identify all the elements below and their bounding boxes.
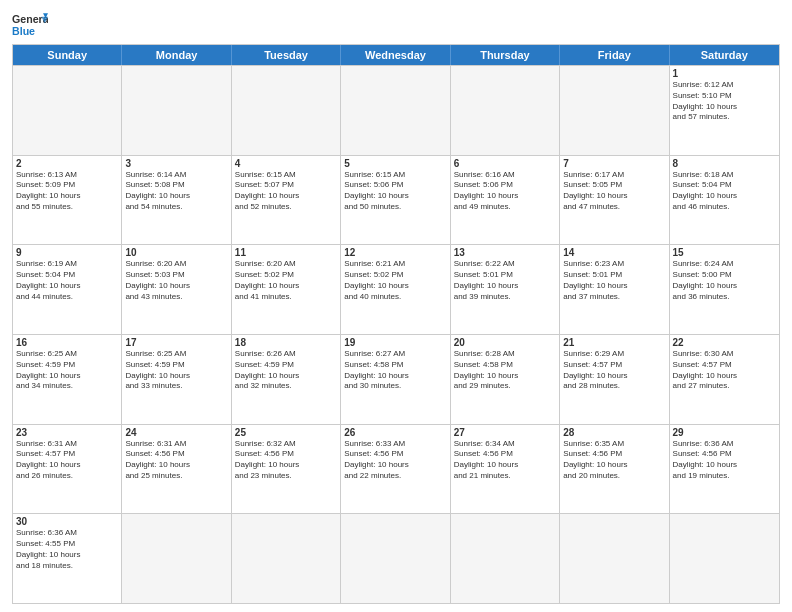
day-number: 13: [454, 247, 556, 258]
day-info: Sunrise: 6:36 AM Sunset: 4:55 PM Dayligh…: [16, 528, 118, 571]
calendar-cell-r4c1: 24Sunrise: 6:31 AM Sunset: 4:56 PM Dayli…: [122, 425, 231, 514]
calendar-cell-r3c5: 21Sunrise: 6:29 AM Sunset: 4:57 PM Dayli…: [560, 335, 669, 424]
calendar-cell-r4c5: 28Sunrise: 6:35 AM Sunset: 4:56 PM Dayli…: [560, 425, 669, 514]
day-number: 3: [125, 158, 227, 169]
day-info: Sunrise: 6:34 AM Sunset: 4:56 PM Dayligh…: [454, 439, 556, 482]
day-info: Sunrise: 6:28 AM Sunset: 4:58 PM Dayligh…: [454, 349, 556, 392]
day-info: Sunrise: 6:29 AM Sunset: 4:57 PM Dayligh…: [563, 349, 665, 392]
day-info: Sunrise: 6:27 AM Sunset: 4:58 PM Dayligh…: [344, 349, 446, 392]
weekday-header-sunday: Sunday: [13, 45, 122, 65]
calendar-row-4: 23Sunrise: 6:31 AM Sunset: 4:57 PM Dayli…: [13, 424, 779, 514]
calendar-cell-r5c4: [451, 514, 560, 603]
day-number: 23: [16, 427, 118, 438]
day-number: 2: [16, 158, 118, 169]
calendar-cell-r2c1: 10Sunrise: 6:20 AM Sunset: 5:03 PM Dayli…: [122, 245, 231, 334]
day-info: Sunrise: 6:25 AM Sunset: 4:59 PM Dayligh…: [16, 349, 118, 392]
calendar-cell-r4c6: 29Sunrise: 6:36 AM Sunset: 4:56 PM Dayli…: [670, 425, 779, 514]
calendar-cell-r3c6: 22Sunrise: 6:30 AM Sunset: 4:57 PM Dayli…: [670, 335, 779, 424]
calendar-cell-r0c3: [341, 66, 450, 155]
day-info: Sunrise: 6:16 AM Sunset: 5:06 PM Dayligh…: [454, 170, 556, 213]
calendar-cell-r1c5: 7Sunrise: 6:17 AM Sunset: 5:05 PM Daylig…: [560, 156, 669, 245]
day-info: Sunrise: 6:26 AM Sunset: 4:59 PM Dayligh…: [235, 349, 337, 392]
page: General Blue SundayMondayTuesdayWednesda…: [0, 0, 792, 612]
calendar-row-0: 1Sunrise: 6:12 AM Sunset: 5:10 PM Daylig…: [13, 65, 779, 155]
weekday-header-saturday: Saturday: [670, 45, 779, 65]
calendar-cell-r4c2: 25Sunrise: 6:32 AM Sunset: 4:56 PM Dayli…: [232, 425, 341, 514]
day-number: 1: [673, 68, 776, 79]
day-info: Sunrise: 6:24 AM Sunset: 5:00 PM Dayligh…: [673, 259, 776, 302]
day-number: 5: [344, 158, 446, 169]
day-number: 25: [235, 427, 337, 438]
calendar-cell-r1c0: 2Sunrise: 6:13 AM Sunset: 5:09 PM Daylig…: [13, 156, 122, 245]
calendar-cell-r2c2: 11Sunrise: 6:20 AM Sunset: 5:02 PM Dayli…: [232, 245, 341, 334]
day-info: Sunrise: 6:32 AM Sunset: 4:56 PM Dayligh…: [235, 439, 337, 482]
calendar-cell-r0c4: [451, 66, 560, 155]
calendar-cell-r5c0: 30Sunrise: 6:36 AM Sunset: 4:55 PM Dayli…: [13, 514, 122, 603]
day-info: Sunrise: 6:31 AM Sunset: 4:57 PM Dayligh…: [16, 439, 118, 482]
day-number: 28: [563, 427, 665, 438]
day-number: 19: [344, 337, 446, 348]
day-number: 29: [673, 427, 776, 438]
day-info: Sunrise: 6:20 AM Sunset: 5:03 PM Dayligh…: [125, 259, 227, 302]
calendar-cell-r3c4: 20Sunrise: 6:28 AM Sunset: 4:58 PM Dayli…: [451, 335, 560, 424]
day-number: 22: [673, 337, 776, 348]
weekday-header-tuesday: Tuesday: [232, 45, 341, 65]
day-info: Sunrise: 6:36 AM Sunset: 4:56 PM Dayligh…: [673, 439, 776, 482]
weekday-header-wednesday: Wednesday: [341, 45, 450, 65]
calendar-cell-r3c3: 19Sunrise: 6:27 AM Sunset: 4:58 PM Dayli…: [341, 335, 450, 424]
calendar-cell-r4c3: 26Sunrise: 6:33 AM Sunset: 4:56 PM Dayli…: [341, 425, 450, 514]
day-info: Sunrise: 6:17 AM Sunset: 5:05 PM Dayligh…: [563, 170, 665, 213]
header: General Blue: [12, 10, 780, 38]
day-number: 21: [563, 337, 665, 348]
day-info: Sunrise: 6:33 AM Sunset: 4:56 PM Dayligh…: [344, 439, 446, 482]
calendar-cell-r2c3: 12Sunrise: 6:21 AM Sunset: 5:02 PM Dayli…: [341, 245, 450, 334]
day-info: Sunrise: 6:15 AM Sunset: 5:06 PM Dayligh…: [344, 170, 446, 213]
day-info: Sunrise: 6:20 AM Sunset: 5:02 PM Dayligh…: [235, 259, 337, 302]
calendar-cell-r5c2: [232, 514, 341, 603]
day-number: 12: [344, 247, 446, 258]
calendar-row-2: 9Sunrise: 6:19 AM Sunset: 5:04 PM Daylig…: [13, 244, 779, 334]
calendar-cell-r5c1: [122, 514, 231, 603]
day-number: 18: [235, 337, 337, 348]
day-info: Sunrise: 6:25 AM Sunset: 4:59 PM Dayligh…: [125, 349, 227, 392]
day-number: 6: [454, 158, 556, 169]
calendar-row-5: 30Sunrise: 6:36 AM Sunset: 4:55 PM Dayli…: [13, 513, 779, 603]
logo: General Blue: [12, 10, 48, 38]
calendar-cell-r2c6: 15Sunrise: 6:24 AM Sunset: 5:00 PM Dayli…: [670, 245, 779, 334]
day-number: 9: [16, 247, 118, 258]
day-info: Sunrise: 6:13 AM Sunset: 5:09 PM Dayligh…: [16, 170, 118, 213]
calendar-cell-r1c6: 8Sunrise: 6:18 AM Sunset: 5:04 PM Daylig…: [670, 156, 779, 245]
day-info: Sunrise: 6:23 AM Sunset: 5:01 PM Dayligh…: [563, 259, 665, 302]
day-number: 14: [563, 247, 665, 258]
calendar-cell-r2c4: 13Sunrise: 6:22 AM Sunset: 5:01 PM Dayli…: [451, 245, 560, 334]
calendar-row-1: 2Sunrise: 6:13 AM Sunset: 5:09 PM Daylig…: [13, 155, 779, 245]
calendar-cell-r1c1: 3Sunrise: 6:14 AM Sunset: 5:08 PM Daylig…: [122, 156, 231, 245]
day-info: Sunrise: 6:15 AM Sunset: 5:07 PM Dayligh…: [235, 170, 337, 213]
day-info: Sunrise: 6:30 AM Sunset: 4:57 PM Dayligh…: [673, 349, 776, 392]
day-number: 4: [235, 158, 337, 169]
day-number: 24: [125, 427, 227, 438]
calendar-cell-r2c5: 14Sunrise: 6:23 AM Sunset: 5:01 PM Dayli…: [560, 245, 669, 334]
calendar-cell-r0c2: [232, 66, 341, 155]
weekday-header-monday: Monday: [122, 45, 231, 65]
day-info: Sunrise: 6:12 AM Sunset: 5:10 PM Dayligh…: [673, 80, 776, 123]
generalblue-logo-icon: General Blue: [12, 10, 48, 38]
calendar-cell-r0c5: [560, 66, 669, 155]
day-number: 10: [125, 247, 227, 258]
calendar-cell-r0c1: [122, 66, 231, 155]
day-info: Sunrise: 6:22 AM Sunset: 5:01 PM Dayligh…: [454, 259, 556, 302]
calendar-body: 1Sunrise: 6:12 AM Sunset: 5:10 PM Daylig…: [13, 65, 779, 603]
day-info: Sunrise: 6:31 AM Sunset: 4:56 PM Dayligh…: [125, 439, 227, 482]
calendar-cell-r2c0: 9Sunrise: 6:19 AM Sunset: 5:04 PM Daylig…: [13, 245, 122, 334]
calendar-cell-r3c0: 16Sunrise: 6:25 AM Sunset: 4:59 PM Dayli…: [13, 335, 122, 424]
calendar-row-3: 16Sunrise: 6:25 AM Sunset: 4:59 PM Dayli…: [13, 334, 779, 424]
day-number: 17: [125, 337, 227, 348]
day-number: 30: [16, 516, 118, 527]
calendar-cell-r4c0: 23Sunrise: 6:31 AM Sunset: 4:57 PM Dayli…: [13, 425, 122, 514]
day-number: 8: [673, 158, 776, 169]
calendar: SundayMondayTuesdayWednesdayThursdayFrid…: [12, 44, 780, 604]
day-number: 15: [673, 247, 776, 258]
day-info: Sunrise: 6:18 AM Sunset: 5:04 PM Dayligh…: [673, 170, 776, 213]
day-number: 7: [563, 158, 665, 169]
weekday-header-thursday: Thursday: [451, 45, 560, 65]
